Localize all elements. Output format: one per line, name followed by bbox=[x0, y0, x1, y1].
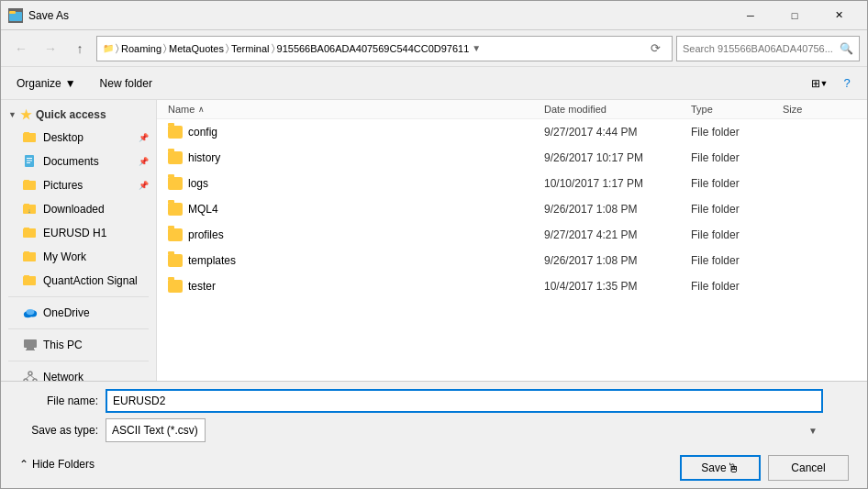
help-button[interactable]: ? bbox=[834, 72, 860, 95]
close-button[interactable]: ✕ bbox=[818, 5, 860, 27]
desktop-pin-icon: 📌 bbox=[139, 133, 149, 142]
address-toolbar: ← → ↑ 📁 〉 Roaming 〉 MetaQuotes 〉 Termina… bbox=[1, 30, 867, 67]
folder-icon bbox=[168, 177, 183, 190]
file-type: File folder bbox=[691, 228, 783, 241]
organize-button[interactable]: Organize ▼ bbox=[8, 72, 84, 95]
column-name[interactable]: Name ∧ bbox=[168, 104, 544, 115]
network-icon bbox=[23, 370, 38, 381]
sidebar-item-quantaction[interactable]: QuantAction Signal bbox=[1, 269, 156, 293]
secondary-toolbar: Organize ▼ New folder ⊞ ▼ ? bbox=[1, 67, 867, 100]
table-row[interactable]: templates 9/26/2017 1:08 PM File folder bbox=[157, 248, 867, 273]
cancel-button[interactable]: Cancel bbox=[768, 455, 849, 481]
sidebar-item-eurusd[interactable]: EURUSD H1 bbox=[1, 221, 156, 245]
folder-icon bbox=[168, 151, 183, 164]
new-folder-button[interactable]: New folder bbox=[92, 72, 161, 95]
file-date: 9/26/2017 10:17 PM bbox=[544, 151, 691, 164]
onedrive-icon bbox=[23, 306, 38, 320]
file-area: Name ∧ Date modified Type Size config 9/… bbox=[157, 100, 867, 381]
breadcrumb-metaquotes[interactable]: MetaQuotes bbox=[169, 43, 224, 54]
desktop-icon bbox=[23, 130, 38, 145]
quick-access-chevron-icon: ▼ bbox=[8, 110, 17, 119]
file-name: history bbox=[188, 151, 220, 164]
search-box[interactable]: 🔍 bbox=[676, 36, 860, 61]
select-arrow-icon: ▼ bbox=[808, 426, 818, 436]
quick-access-label: Quick access bbox=[36, 108, 106, 121]
sidebar-item-label-documents: Documents bbox=[43, 155, 99, 168]
svg-rect-5 bbox=[27, 158, 32, 159]
sidebar-divider-2 bbox=[8, 328, 149, 329]
column-date[interactable]: Date modified bbox=[544, 104, 691, 115]
filename-input[interactable] bbox=[106, 389, 823, 413]
svg-text:↓: ↓ bbox=[28, 207, 31, 214]
window-controls: ─ □ ✕ bbox=[729, 5, 860, 27]
cursor-icon: 🖱 bbox=[727, 461, 740, 475]
breadcrumb-dropdown[interactable]: ▼ bbox=[471, 36, 482, 61]
table-row[interactable]: MQL4 9/26/2017 1:08 PM File folder bbox=[157, 196, 867, 222]
table-row[interactable]: config 9/27/2017 4:44 PM File folder bbox=[157, 119, 867, 145]
filetype-wrapper: ASCII Text (*.csv) ▼ bbox=[106, 418, 823, 442]
view-button[interactable]: ⊞ ▼ bbox=[807, 72, 832, 95]
column-size[interactable]: Size bbox=[783, 104, 856, 115]
svg-rect-18 bbox=[24, 275, 29, 278]
file-name: logs bbox=[188, 177, 208, 190]
address-bar[interactable]: 📁 〉 Roaming 〉 MetaQuotes 〉 Terminal 〉 91… bbox=[96, 36, 673, 61]
bottom-area: File name: Save as type: ASCII Text (*.c… bbox=[1, 381, 867, 488]
file-date: 9/27/2017 4:21 PM bbox=[544, 228, 691, 241]
sidebar-item-downloaded[interactable]: ↓ Downloaded bbox=[1, 197, 156, 221]
maximize-button[interactable]: □ bbox=[773, 5, 816, 27]
sidebar-item-thispc[interactable]: This PC bbox=[1, 333, 156, 357]
minimize-button[interactable]: ─ bbox=[729, 5, 772, 27]
breadcrumb-folder-id[interactable]: 915566BA06ADA407569C544CC0D97611 bbox=[277, 43, 470, 54]
title-bar: Save As ─ □ ✕ bbox=[1, 1, 867, 30]
table-row[interactable]: tester 10/4/2017 1:35 PM File folder bbox=[157, 273, 867, 299]
quantaction-folder-icon bbox=[23, 273, 38, 288]
file-date: 10/10/2017 1:17 PM bbox=[544, 177, 691, 190]
svg-rect-6 bbox=[27, 161, 32, 161]
eurusd-folder-icon bbox=[23, 226, 38, 240]
sidebar-item-mywork[interactable]: My Work bbox=[1, 245, 156, 269]
table-row[interactable]: profiles 9/27/2017 4:21 PM File folder bbox=[157, 222, 867, 248]
svg-rect-7 bbox=[27, 162, 30, 163]
file-type: File folder bbox=[691, 126, 783, 139]
filetype-select[interactable]: ASCII Text (*.csv) bbox=[106, 418, 206, 442]
downloaded-icon: ↓ bbox=[23, 202, 38, 217]
file-list-header: Name ∧ Date modified Type Size bbox=[157, 100, 867, 119]
pictures-pin-icon: 📌 bbox=[139, 181, 149, 190]
window-icon bbox=[8, 8, 23, 23]
table-row[interactable]: logs 10/10/2017 1:17 PM File folder bbox=[157, 171, 867, 196]
documents-pin-icon: 📌 bbox=[139, 157, 149, 166]
bottom-buttons-row: ⌃ Hide Folders Save 🖱 Cancel bbox=[16, 448, 852, 481]
sidebar-item-desktop[interactable]: Desktop 📌 bbox=[1, 126, 156, 150]
nav-icon[interactable]: 📁 bbox=[103, 36, 114, 61]
save-button[interactable]: Save 🖱 bbox=[680, 455, 761, 481]
refresh-button[interactable]: ⟳ bbox=[644, 38, 666, 60]
svg-point-21 bbox=[27, 309, 35, 315]
search-input[interactable] bbox=[683, 43, 840, 54]
table-row[interactable]: history 9/26/2017 10:17 PM File folder bbox=[157, 145, 867, 171]
sidebar-item-onedrive[interactable]: OneDrive bbox=[1, 301, 156, 325]
breadcrumb-roaming[interactable]: Roaming bbox=[121, 43, 161, 54]
forward-button[interactable]: → bbox=[38, 36, 63, 61]
quick-access-header[interactable]: ▼ ★ Quick access bbox=[1, 104, 156, 126]
view-icon: ⊞ bbox=[811, 77, 820, 90]
hide-folders-button[interactable]: ⌃ Hide Folders bbox=[16, 456, 98, 472]
file-type: File folder bbox=[691, 151, 783, 164]
hide-folders-chevron-icon: ⌃ bbox=[19, 458, 28, 471]
sidebar-item-label-pictures: Pictures bbox=[43, 179, 83, 192]
file-rows-container: config 9/27/2017 4:44 PM File folder his… bbox=[157, 119, 867, 299]
back-button[interactable]: ← bbox=[8, 36, 34, 61]
up-button[interactable]: ↑ bbox=[67, 36, 93, 61]
sidebar-item-network[interactable]: Network bbox=[1, 365, 156, 381]
filetype-label: Save as type: bbox=[16, 424, 98, 437]
sidebar-item-pictures[interactable]: Pictures 📌 bbox=[1, 173, 156, 197]
sidebar-item-label-desktop: Desktop bbox=[43, 131, 83, 144]
sidebar-item-documents[interactable]: Documents 📌 bbox=[1, 150, 156, 173]
breadcrumb-terminal[interactable]: Terminal bbox=[231, 43, 270, 54]
sort-arrow-icon: ∧ bbox=[198, 105, 205, 114]
sidebar-divider-3 bbox=[8, 361, 149, 361]
column-type[interactable]: Type bbox=[691, 104, 783, 115]
file-date: 9/27/2017 4:44 PM bbox=[544, 126, 691, 139]
folder-icon bbox=[168, 228, 183, 241]
pictures-icon bbox=[23, 178, 38, 193]
organize-label: Organize bbox=[17, 77, 61, 90]
